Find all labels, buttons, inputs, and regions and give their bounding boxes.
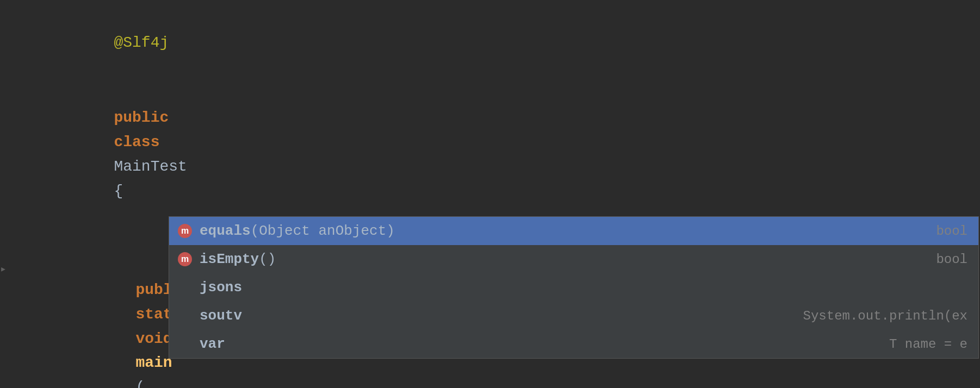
autocomplete-item-jsons[interactable]: jsons <box>169 273 978 302</box>
code-line-2: public class MainTest { <box>0 80 980 229</box>
method-icon-equals: m <box>178 224 192 238</box>
method-name-jsons: jsons <box>200 279 242 296</box>
keyword-class: class <box>114 134 169 151</box>
template-soutv: System.out.println(ex <box>803 309 967 323</box>
keyword-public: public <box>114 109 178 126</box>
method-name-soutv: soutv <box>200 308 242 324</box>
method-name-isempty: isEmpty() <box>200 251 276 267</box>
method-icon-isempty: m <box>178 252 192 266</box>
return-type-isempty: bool <box>936 252 967 267</box>
brace-open: { <box>114 183 123 199</box>
template-var: T name = e <box>889 337 967 352</box>
return-type-equals: bool <box>936 224 967 239</box>
class-name: MainTest <box>114 158 196 175</box>
code-line-1: @Slf4j <box>0 5 980 80</box>
paren-open: ( <box>135 379 145 388</box>
line-content-1: @Slf4j <box>30 7 980 79</box>
autocomplete-item-var[interactable]: var T name = e <box>169 330 978 358</box>
autocomplete-item-equals[interactable]: m equals(Object anObject) bool <box>169 217 978 245</box>
annotation-slf4j: @Slf4j <box>114 34 169 51</box>
method-name-equals: equals(Object anObject) <box>200 223 395 239</box>
method-name-var: var <box>200 336 225 352</box>
autocomplete-item-soutv[interactable]: soutv System.out.println(ex <box>169 302 978 330</box>
autocomplete-dropdown: m equals(Object anObject) bool m isEmpty… <box>169 216 979 359</box>
autocomplete-item-isempty[interactable]: m isEmpty() bool <box>169 245 978 273</box>
code-editor: @Slf4j public class MainTest { ▸ publi <box>0 0 980 388</box>
line-content-2: public class MainTest { <box>30 82 980 228</box>
method-main: main <box>135 354 172 371</box>
